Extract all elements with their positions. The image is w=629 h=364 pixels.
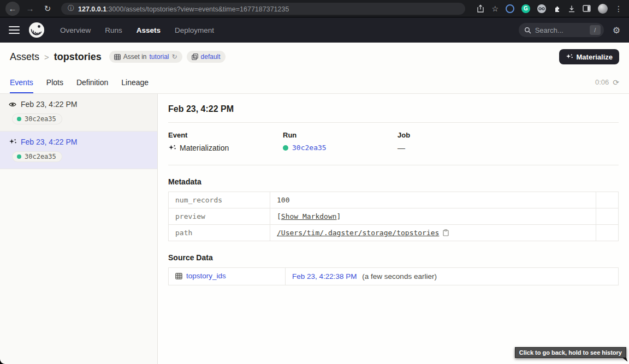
sparkle-icon (9, 139, 16, 145)
asset-grid-icon (114, 54, 121, 60)
run-id-link[interactable]: 30c2ea35 (292, 144, 327, 152)
extensions-puzzle-icon[interactable] (553, 5, 561, 13)
extension-glasses-icon[interactable] (537, 4, 546, 13)
breadcrumb-assets-link[interactable]: Assets (10, 51, 39, 63)
hamburger-menu-icon[interactable] (9, 26, 20, 34)
sparkle-icon (566, 53, 573, 60)
browser-menu-icon[interactable]: ⋮ (615, 4, 622, 13)
asset-location-prefix: Asset in (123, 53, 147, 61)
tab-lineage[interactable]: Lineage (121, 71, 149, 93)
metadata-section-title: Metadata (168, 177, 619, 186)
breadcrumb-separator: > (44, 52, 49, 62)
browser-toolbar: ← → ↻ ⓘ 127.0.0.1:3000/assets/topstories… (0, 0, 629, 17)
asset-page: Assets > topstories Asset in tutorial ↻ … (0, 43, 629, 364)
source-relative-time: (a few seconds earlier) (362, 272, 437, 281)
nav-item-overview[interactable]: Overview (60, 26, 91, 34)
site-info-icon[interactable]: ⓘ (68, 4, 74, 13)
settings-gear-icon[interactable]: ⚙ (613, 25, 620, 35)
browser-reload-button[interactable]: ↻ (40, 2, 55, 16)
asset-location-badge[interactable]: Asset in tutorial ↻ (109, 51, 182, 63)
metadata-table: num_records 100 preview [Show Markdown] … (168, 192, 619, 241)
event-timestamp: Feb 23, 4:22 PM (21, 138, 78, 146)
run-status-dot (17, 117, 21, 121)
table-row: preview [Show Markdown] (169, 208, 619, 225)
reload-location-icon[interactable]: ↻ (172, 53, 177, 61)
path-link[interactable]: /Users/tim/.dagster/storage/topstories (277, 229, 439, 237)
event-column-label: Event (168, 131, 283, 139)
nav-item-runs[interactable]: Runs (105, 26, 122, 34)
address-bar[interactable]: ⓘ 127.0.0.1:3000/assets/topstories?view=… (61, 3, 465, 15)
auto-refresh-timer: 0:06 ⟳ (595, 71, 619, 93)
nav-item-deployment[interactable]: Deployment (175, 26, 214, 34)
tab-definition[interactable]: Definition (76, 71, 108, 93)
sparkle-icon (168, 145, 176, 151)
job-column-label: Job (397, 131, 619, 139)
dagster-logo (28, 22, 45, 38)
url-host: 127.0.0.1 (78, 5, 106, 13)
metadata-extra-cell (596, 225, 619, 241)
refresh-countdown: 0:06 (595, 78, 609, 86)
metadata-key: path (169, 225, 270, 241)
show-markdown-link[interactable]: Show Markdown (281, 212, 337, 220)
copy-clipboard-icon[interactable] (443, 229, 449, 236)
asset-tabs: Events Plots Definition Lineage 0:06 ⟳ (0, 71, 629, 94)
materialize-button[interactable]: Materialize (559, 49, 619, 64)
browser-profile-avatar[interactable] (598, 4, 608, 14)
browser-forward-button[interactable]: → (23, 2, 37, 16)
bookmark-star-icon[interactable]: ☆ (491, 4, 499, 13)
source-timestamp-link[interactable]: Feb 23, 4:22:38 PM (292, 272, 357, 281)
back-button-tooltip: Click to go back, hold to see history (515, 347, 626, 358)
asset-page-header: Assets > topstories Asset in tutorial ↻ … (0, 43, 629, 71)
refresh-icon[interactable]: ⟳ (613, 78, 619, 87)
app-navbar: Overview Runs Assets Deployment Search..… (0, 17, 629, 43)
event-detail-panel: Feb 23, 4:22 PM Event Materialization Ru… (158, 94, 629, 364)
downloads-icon[interactable] (568, 5, 575, 13)
metadata-extra-cell (596, 208, 619, 225)
source-asset-link[interactable]: topstory_ids (175, 272, 226, 280)
search-shortcut-badge: / (590, 25, 601, 35)
tab-events[interactable]: Events (10, 71, 33, 93)
run-tag[interactable]: 30c2ea35 (12, 114, 62, 124)
event-detail-title: Feb 23, 4:22 PM (168, 104, 619, 114)
search-placeholder: Search... (535, 26, 586, 34)
asset-group-badge[interactable]: default (187, 51, 226, 63)
run-status-dot (17, 154, 21, 159)
metadata-key: num_records (169, 192, 270, 208)
copy-stack-icon (192, 53, 198, 60)
metadata-value: [Show Markdown] (270, 208, 596, 225)
asset-location-link[interactable]: tutorial (150, 53, 169, 61)
run-column-label: Run (283, 131, 397, 139)
source-data-section-title: Source Data (168, 253, 619, 262)
metadata-key: preview (169, 208, 270, 225)
table-row: topstory_ids Feb 23, 4:22:38 PM (a few s… (169, 268, 619, 285)
url-path: :3000/assets/topstories?view=events&time… (106, 5, 289, 13)
event-timestamp: Feb 23, 4:22 PM (21, 100, 78, 109)
asset-grid-icon (175, 273, 182, 279)
browser-back-button[interactable]: ← (5, 2, 20, 16)
search-input[interactable]: Search... / (519, 23, 604, 37)
page-title: topstories (54, 51, 102, 63)
nav-item-assets[interactable]: Assets (137, 26, 161, 34)
metadata-extra-cell (596, 192, 619, 208)
asset-group-link[interactable]: default (201, 53, 221, 61)
eye-icon (9, 102, 16, 108)
job-value: — (397, 144, 405, 152)
event-row-observation[interactable]: Feb 23, 4:22 PM 30c2ea35 (0, 94, 157, 132)
event-summary-columns: Event Materialization Run 30c2ea35 Job — (168, 123, 619, 165)
event-row-materialization[interactable]: Feb 23, 4:22 PM 30c2ea35 (0, 132, 157, 169)
run-tag[interactable]: 30c2ea35 (12, 151, 62, 162)
main-nav: Overview Runs Assets Deployment (60, 26, 214, 34)
event-type-value: Materialization (180, 144, 229, 152)
side-panel-icon[interactable] (583, 5, 591, 12)
metadata-value: 100 (270, 192, 596, 208)
extension-grammarly-icon[interactable]: G (521, 4, 530, 13)
table-row: path /Users/tim/.dagster/storage/topstor… (169, 225, 619, 241)
share-icon[interactable] (477, 4, 484, 13)
tab-plots[interactable]: Plots (46, 71, 63, 93)
back-icon: ← (9, 4, 17, 13)
breadcrumb: Assets > topstories (10, 51, 102, 63)
forward-icon: → (26, 4, 34, 13)
search-icon (524, 27, 531, 34)
table-row: num_records 100 (169, 192, 619, 208)
extension-1password-icon[interactable] (506, 4, 514, 13)
